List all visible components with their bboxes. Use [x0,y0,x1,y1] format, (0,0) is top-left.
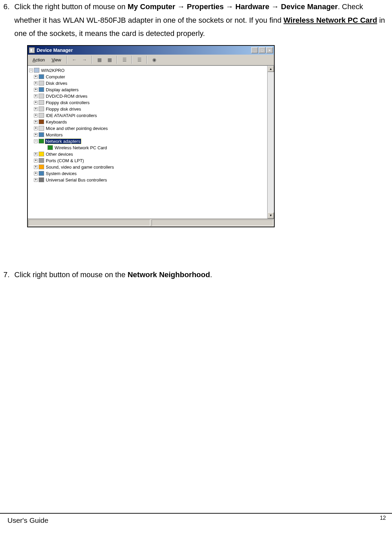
expand-icon[interactable]: + [34,114,38,117]
network-icon [39,139,44,144]
tree-item[interactable]: +Floppy disk drives [29,106,266,112]
tree-item[interactable]: +IDE ATA/ATAPI controllers [29,112,266,119]
floppy-ctrl-icon [39,100,44,105]
hardware-bold: Hardware [235,2,269,11]
tree-item[interactable]: +Disk drives [29,80,266,87]
expand-icon[interactable]: + [34,120,38,124]
expand-icon[interactable]: + [34,88,38,92]
step-6-body: Click the right button of mouse on My Co… [14,0,389,40]
mouse-icon [39,126,44,131]
menu-action[interactable]: Action [30,57,47,63]
computer-root-icon [34,68,39,73]
footer-page-number: 12 [380,515,386,523]
properties-bold: Properties [187,2,224,11]
maximize-button[interactable]: □ [259,47,266,53]
tree-item[interactable]: +System devices [29,170,266,177]
keyboard-icon [39,119,44,124]
toolbar-separator-3 [117,56,117,64]
step-7: 7. Click right button of mouse on the Ne… [3,268,389,282]
toolbar-separator-2 [92,56,92,64]
expand-icon[interactable]: + [34,127,38,130]
sound-icon [39,165,44,169]
tree-item[interactable]: +Universal Serial Bus controllers [29,177,266,183]
titlebar[interactable]: ◧ Device Manager _ □ × [28,46,274,55]
wireless-card-label: Wireless Network PC Card [54,145,108,150]
display-icon [39,87,44,92]
usb-icon [39,177,44,182]
root-label: WIN2KPRO [40,68,65,73]
system-icon [39,171,44,176]
collapse-icon[interactable]: − [29,69,33,72]
tree-item[interactable]: +DVD/CD-ROM drives [29,93,266,99]
tree-item[interactable]: +Monitors [29,132,266,138]
menu-view[interactable]: View [49,57,64,63]
scrollbar[interactable]: ▲ ▼ [267,66,274,218]
dvd-icon [39,94,44,98]
tree-root[interactable]: −WIN2KPRO [29,67,266,74]
close-button[interactable]: × [266,47,273,53]
arrow-3: → [269,2,281,11]
collapse-icon[interactable]: − [34,139,38,143]
my-computer-bold: My Computer [128,2,175,11]
toolbar-btn-4[interactable]: ☰ [135,56,144,64]
tree-item[interactable]: +Ports (COM & LPT) [29,157,266,164]
toolbar-btn-5[interactable]: ◉ [150,56,159,64]
expand-icon[interactable]: + [34,75,38,79]
expand-icon[interactable]: + [34,81,38,85]
disk-icon [39,81,44,85]
menubar: Action View ← → ▦ ▦ ☰ ☰ ◉ [28,55,274,65]
device-tree[interactable]: −WIN2KPRO +Computer +Disk drives +Displa… [28,66,267,218]
expand-icon[interactable]: + [34,94,38,98]
computer-icon [39,74,44,79]
monitor-icon [39,132,44,137]
tree-item[interactable]: +Computer [29,74,266,80]
step-6: 6. Click the right button of mouse on My… [3,0,389,40]
minimize-button[interactable]: _ [251,47,258,53]
status-cell-2 [152,220,273,226]
arrow-1: → [175,2,187,11]
step-6-text-a: Click the right button of mouse on [14,2,128,11]
status-bar [28,218,274,227]
network-adapters-selected: Network adapters [45,139,81,144]
toolbar-btn-3[interactable]: ☰ [120,56,129,64]
ports-icon [39,158,44,163]
toolbar-btn-2[interactable]: ▦ [105,56,114,64]
ide-icon [39,113,44,118]
forward-button[interactable]: → [80,56,89,64]
back-button[interactable]: ← [70,56,79,64]
scroll-track[interactable] [268,72,274,212]
status-cell-1 [28,220,150,226]
tree-item-network[interactable]: −Network adapters [29,138,266,145]
expand-icon[interactable]: + [34,152,38,156]
tree-item[interactable]: +Mice and other pointing devices [29,125,266,132]
step-7-text-a: Click right button of mouse on the [14,270,128,279]
toolbar-separator [66,56,67,64]
expand-icon[interactable]: + [34,172,38,175]
step-7-number: 7. [3,268,9,282]
tree-item-wireless[interactable]: Wireless Network PC Card [29,145,266,151]
tree-item[interactable]: +Display adapters [29,87,266,93]
step-6-number: 6. [3,0,9,40]
toolbar-separator-4 [132,56,132,64]
arrow-2: → [224,2,235,11]
floppy-icon [39,107,44,111]
footer-guide: User's Guide [7,516,48,525]
other-icon [39,152,44,156]
scroll-up-button[interactable]: ▲ [268,66,274,72]
scroll-down-button[interactable]: ▼ [268,212,274,218]
expand-icon[interactable]: + [34,159,38,163]
tree-item[interactable]: +Sound, video and game controllers [29,164,266,170]
expand-icon[interactable]: + [34,101,38,104]
step-7-body: Click right button of mouse on the Netwo… [14,268,389,282]
expand-icon[interactable]: + [34,178,38,182]
tree-item[interactable]: +Floppy disk controllers [29,99,266,106]
toolbar-btn-1[interactable]: ▦ [95,56,104,64]
tree-item[interactable]: +Keyboards [29,119,266,125]
window-title: Device Manager [37,47,251,53]
expand-icon[interactable]: + [34,165,38,169]
nic-icon [47,145,53,150]
expand-icon[interactable]: + [34,133,38,137]
window-icon: ◧ [29,47,35,53]
expand-icon[interactable]: + [34,107,38,111]
tree-item[interactable]: +Other devices [29,151,266,157]
